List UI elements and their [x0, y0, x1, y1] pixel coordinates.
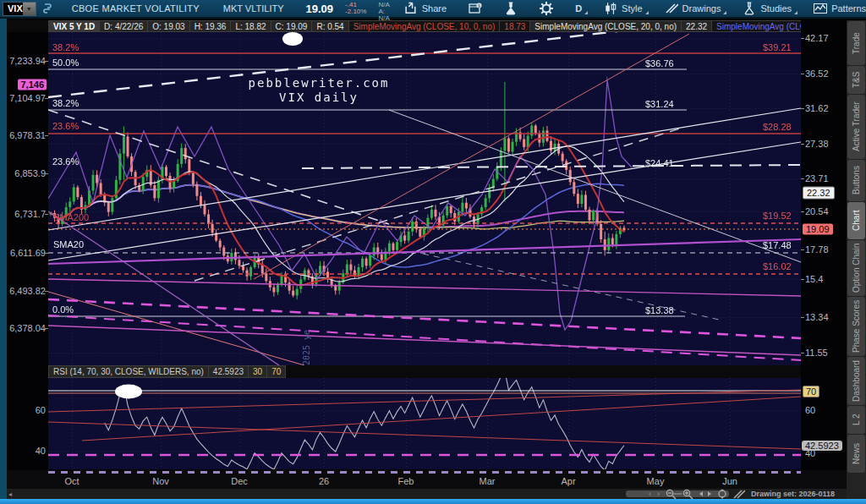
link-chain-icon[interactable] — [41, 2, 53, 15]
fib-level-label[interactable]: 38.2% — [52, 98, 79, 108]
fib-level-label[interactable]: 23.6% — [52, 121, 79, 131]
right-axis-label: 31.62 — [805, 103, 829, 113]
zoom-in-icon[interactable] — [682, 489, 693, 499]
chart-title[interactable]: VIX 5 Y 1D — [48, 20, 100, 32]
settings-button[interactable] — [532, 0, 561, 17]
left-axis-label: 6,493.82 — [9, 286, 46, 296]
share-icon — [404, 2, 418, 15]
timeframe-button[interactable]: D — [567, 0, 589, 17]
patterns-button[interactable]: Patterns — [806, 0, 866, 17]
price-target-label[interactable]: $19.52 — [763, 211, 792, 221]
right-axis-label: 13.34 — [805, 312, 829, 322]
header-low: L: 18.82 — [231, 20, 271, 32]
style-button[interactable]: Style — [596, 0, 650, 17]
sma20-axis-box: 22.32 — [803, 187, 835, 200]
share-button[interactable]: Share — [397, 0, 454, 17]
sidebar-tab-option-chain[interactable]: Option Chain — [847, 240, 865, 296]
month-label[interactable]: Jun — [722, 476, 737, 486]
month-label[interactable]: Dec — [231, 476, 248, 486]
sidebar-tab-t-s[interactable]: T&S — [847, 66, 865, 94]
right-axis-tick — [801, 108, 804, 109]
price-target-label[interactable]: $13.38 — [645, 305, 674, 315]
studies-flask-icon — [743, 2, 756, 15]
pan-left-icon[interactable]: ‹ — [649, 489, 651, 499]
scroll-left-arrow-icon[interactable]: ◂ — [8, 490, 12, 498]
rsi-value: 42.5923 — [209, 365, 249, 378]
studies-button[interactable]: Studies — [735, 0, 799, 17]
reset-zoom-icon[interactable] — [717, 489, 727, 499]
fib-level-label[interactable]: 50.0% — [52, 58, 79, 68]
month-label[interactable]: May — [647, 476, 665, 486]
price-target-label[interactable]: $17.48 — [763, 240, 792, 250]
sidebar-tab-news[interactable]: News — [847, 435, 865, 473]
month-label[interactable]: Feb — [398, 476, 414, 486]
sma20-line-label: SMA20 — [53, 239, 84, 249]
zoom-out-icon[interactable] — [666, 489, 677, 499]
sidebar-tab-buttons[interactable]: Buttons — [847, 160, 865, 201]
sidebar-tab-trade[interactable]: Trade — [847, 21, 865, 65]
top-toolbar: VIX ▼ CBOE MARKET VOLATILITY MKT VLTILIT… — [0, 0, 866, 19]
sma20-value: 22.32 — [682, 20, 712, 32]
month-label[interactable]: Nov — [152, 476, 169, 486]
month-label[interactable]: Apr — [561, 476, 575, 486]
right-axis-tick — [801, 178, 804, 179]
time-axis: OctNovDec26FebMarAprMayJun — [7, 470, 847, 489]
analyze-button[interactable] — [496, 0, 525, 17]
price-target-label[interactable]: $39.21 — [763, 42, 792, 52]
sma20-study-label[interactable]: SimpleMovingAvg (CLOSE, 20, 0, no) — [530, 20, 682, 32]
month-label[interactable]: Oct — [64, 476, 79, 486]
fib-level-label[interactable]: 23.6% — [52, 156, 79, 167]
price-target-label[interactable]: $16.02 — [763, 261, 792, 271]
sma10-value: 18.73 — [500, 20, 530, 32]
drawings-button[interactable]: Drawings — [657, 0, 729, 17]
left-axis-label: 6,853.9 — [14, 168, 46, 178]
rsi-study-header: RSI (14, 70, 30, CLOSE, WILDERS, no) 42.… — [48, 365, 801, 378]
symbol-dropdown-arrow-icon[interactable]: ▼ — [23, 3, 36, 15]
right-axis-tick — [801, 317, 804, 318]
symbol-input[interactable]: VIX ▼ — [3, 2, 36, 16]
right-axis-label: 17.78 — [805, 244, 829, 255]
right-axis-label: 20.54 — [805, 206, 829, 216]
price-target-label[interactable]: $36.76 — [645, 58, 674, 68]
fib-level-label[interactable]: 0.0% — [52, 304, 74, 315]
right-axis-label: 15.4 — [805, 274, 823, 284]
right-price-axis: 42.1736.5231.6227.3823.7120.5417.7815.41… — [801, 20, 847, 470]
sidebar-tab-phase-scores[interactable]: Phase Scores — [847, 297, 865, 356]
patterns-icon — [814, 2, 827, 15]
rsi-left-axis-label: 60 — [36, 405, 46, 415]
left-edge-strip — [0, 19, 7, 499]
last-price: 19.09 — [306, 3, 334, 15]
main-chart-plot[interactable]: pebblewriter.com VIX daily 2025 ye 38.2%… — [48, 32, 801, 365]
right-axis-label: 42.17 — [805, 33, 829, 43]
price-target-label[interactable]: $28.28 — [763, 122, 792, 132]
symbol-value: VIX — [3, 3, 23, 14]
month-label[interactable]: Mar — [480, 476, 496, 486]
sidebar-tab-dashboard[interactable]: Dashboard — [847, 357, 865, 405]
exchange-label: MKT VLTILITY — [223, 3, 284, 14]
calendar-events-button[interactable]: 9 — [461, 0, 490, 17]
right-axis-tick — [801, 249, 804, 250]
header-date: D: 4/22/26 — [100, 20, 148, 32]
sidebar-tab-chart[interactable]: Chart — [847, 202, 865, 239]
right-axis-label: 36.52 — [805, 68, 829, 79]
drawing-pencil-icon[interactable] — [733, 490, 745, 499]
month-label[interactable]: 26 — [319, 476, 329, 486]
sma10-study-label[interactable]: SimpleMovingAvg (CLOSE, 10, 0, no) — [349, 20, 501, 32]
rsi-left-axis-label: 40 — [36, 446, 46, 456]
left-axis-label: 6,978.31 — [9, 130, 46, 140]
sidebar-tab-active-trader[interactable]: Active Trader — [847, 95, 865, 159]
rsi-study-label[interactable]: RSI (14, 70, 30, CLOSE, WILDERS, no) — [48, 365, 209, 378]
rsi-plot[interactable] — [48, 378, 801, 469]
left-price-axis: 7,233.947,104.976,978.316,853.96,731.76,… — [7, 32, 48, 470]
fib-level-label[interactable]: 38.2% — [52, 42, 79, 52]
bid-ask: B: N/AA: N/A — [378, 0, 389, 22]
price-target-label[interactable]: $31.24 — [645, 99, 674, 109]
chart-scrollbar[interactable]: ◂ ‹ › Drawing set: 2026-0118 — [7, 489, 847, 499]
pan-right-icon[interactable]: › — [657, 489, 660, 499]
price-target-label[interactable]: $24.41 — [645, 158, 674, 168]
drawing-set-label[interactable]: Drawing set: 2026-0118 — [751, 490, 835, 498]
horizontal-resize-icon[interactable] — [699, 490, 711, 498]
right-axis-tick — [801, 279, 804, 280]
sidebar-tab-l-2[interactable]: L 2 — [847, 406, 865, 434]
chart-style-icon — [604, 2, 617, 15]
